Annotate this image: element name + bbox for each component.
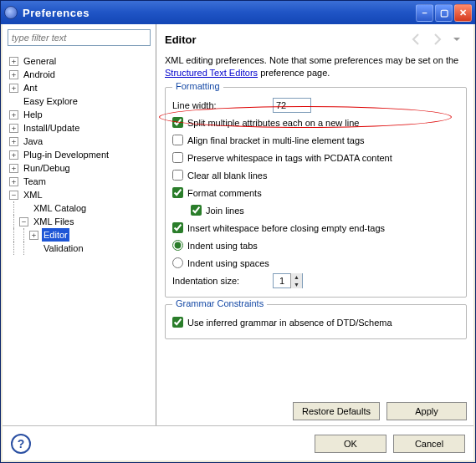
tree-item[interactable]: XML Catalog [9, 201, 152, 215]
insert-whitespace-checkbox[interactable] [172, 222, 183, 233]
spin-up-icon[interactable]: ▲ [290, 273, 302, 281]
filter-input[interactable] [8, 29, 151, 46]
description-text: XML editing preferences. Note that some … [165, 54, 467, 80]
tree-item-xml[interactable]: −XML [9, 188, 152, 201]
tree-pane: +General +Android +Ant Easy Explore +Hel… [3, 24, 156, 425]
title-bar[interactable]: Preferences – ▢ ✕ [1, 1, 475, 24]
back-icon[interactable] [410, 33, 423, 46]
line-width-label: Line width: [172, 100, 273, 110]
tree-item[interactable]: Easy Explore [9, 94, 152, 108]
tree-item[interactable]: +Team [9, 175, 152, 188]
split-attributes-label: Split multiple attributes each on a new … [187, 118, 359, 128]
clear-blank-label: Clear all blank lines [187, 170, 267, 181]
dialog-footer: ? OK Cancel [3, 425, 473, 460]
align-bracket-checkbox[interactable] [172, 135, 183, 145]
tree-item-xml-files[interactable]: −XML Files [9, 215, 152, 228]
align-bracket-label: Align final bracket in multi-line elemen… [187, 135, 365, 145]
indent-tabs-radio[interactable] [172, 240, 183, 251]
tree-item[interactable]: +Plug-in Development [9, 148, 152, 161]
tree-item[interactable]: +Ant [9, 81, 152, 94]
indent-spaces-label: Indent using spaces [187, 258, 269, 268]
join-lines-label: Join lines [206, 206, 244, 216]
preferences-window: Preferences – ▢ ✕ +General +Android +Ant… [0, 0, 476, 463]
grammar-legend: Grammar Constraints [172, 298, 267, 308]
restore-defaults-button[interactable]: Restore Defaults [293, 402, 380, 420]
cancel-button[interactable]: Cancel [393, 435, 465, 453]
close-button[interactable]: ✕ [454, 4, 472, 22]
tree-item-editor[interactable]: +Editor [9, 228, 152, 242]
line-width-input[interactable] [273, 98, 311, 113]
indent-size-spinner[interactable]: ▲▼ [273, 273, 303, 288]
tree-item[interactable]: +Android [9, 68, 152, 81]
format-comments-checkbox[interactable] [172, 187, 183, 198]
window-title: Preferences [23, 7, 414, 19]
app-icon [4, 6, 18, 19]
help-button[interactable]: ? [11, 434, 31, 454]
formatting-legend: Formatting [172, 81, 223, 91]
format-comments-label: Format comments [187, 188, 262, 198]
minimize-button[interactable]: – [416, 4, 433, 22]
preference-tree[interactable]: +General +Android +Ant Easy Explore +Hel… [3, 51, 156, 425]
clear-blank-checkbox[interactable] [172, 170, 183, 181]
maximize-button[interactable]: ▢ [435, 4, 453, 22]
tree-item[interactable]: +Install/Update [9, 121, 152, 135]
join-lines-checkbox[interactable] [191, 205, 202, 216]
inferred-grammar-label: Use inferred grammar in absence of DTD/S… [187, 318, 392, 328]
editor-page: Editor XML editing preferences. Note tha… [156, 24, 473, 425]
tree-item[interactable]: +Run/Debug [9, 161, 152, 175]
formatting-group: Formatting Line width: Split multiple at… [165, 87, 467, 298]
page-title: Editor [165, 33, 407, 46]
tree-item[interactable]: +Help [9, 108, 152, 121]
tree-item[interactable]: +Java [9, 135, 152, 148]
grammar-group: Grammar Constraints Use inferred grammar… [165, 304, 467, 339]
indent-tabs-label: Indent using tabs [187, 241, 258, 251]
spin-down-icon[interactable]: ▼ [290, 281, 302, 288]
structured-text-editors-link[interactable]: Structured Text Editors [165, 68, 258, 78]
forward-icon[interactable] [430, 33, 443, 46]
preserve-whitespace-checkbox[interactable] [172, 152, 183, 163]
indent-size-label: Indentation size: [172, 276, 273, 286]
dropdown-icon[interactable] [450, 33, 463, 46]
inferred-grammar-checkbox[interactable] [172, 317, 183, 328]
tree-item[interactable]: Validation [9, 242, 152, 255]
ok-button[interactable]: OK [315, 435, 386, 453]
split-attributes-checkbox[interactable] [172, 117, 183, 128]
indent-spaces-radio[interactable] [172, 257, 183, 268]
indent-size-input[interactable] [274, 274, 290, 287]
apply-button[interactable]: Apply [386, 402, 467, 420]
tree-item[interactable]: +General [9, 54, 152, 68]
preserve-whitespace-label: Preserve whitespace in tags with PCDATA … [187, 153, 392, 163]
insert-whitespace-label: Insert whitespace before closing empty e… [187, 223, 385, 233]
